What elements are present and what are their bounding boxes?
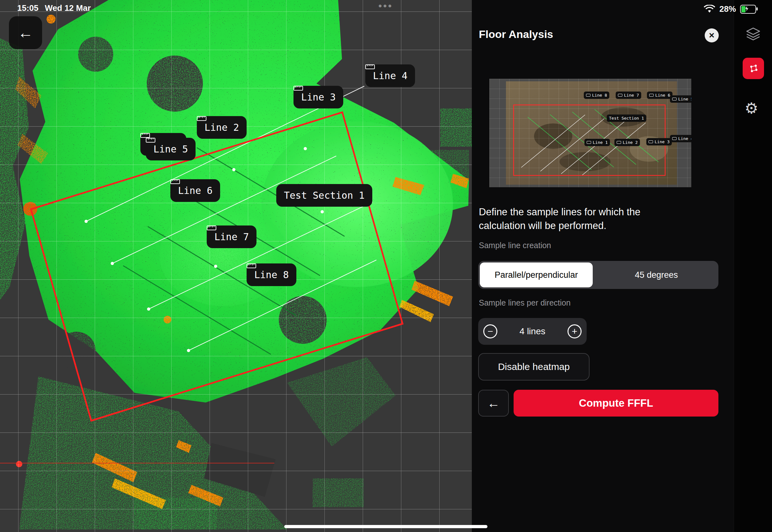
label-text: Line 6 — [655, 93, 670, 98]
label-text: Test Section 1 — [609, 116, 644, 121]
panel-title: Floor Analysis — [479, 28, 553, 41]
ruler-icon — [587, 141, 591, 144]
minus-icon: − — [487, 327, 493, 336]
back-arrow-icon: ← — [487, 396, 500, 410]
close-button[interactable]: ✕ — [705, 28, 719, 42]
plus-icon: + — [572, 327, 577, 336]
mini-label-line-8: Line 8 — [584, 92, 609, 99]
canvas-label-test-section-1[interactable]: Test Section 1 — [276, 184, 372, 207]
label-text: Line 6 — [178, 185, 212, 196]
mini-label-line-4: Line 4 — [670, 135, 691, 142]
label-text: Line 4 — [678, 136, 691, 141]
label-text: Line 1 — [593, 140, 608, 145]
close-icon: ✕ — [709, 31, 715, 40]
mini-label-line-1: Line 1 — [584, 139, 610, 146]
ruler-icon — [247, 263, 256, 268]
label-text: Line 5 — [153, 144, 188, 155]
sample-line-creation-label: Sample line creation — [479, 241, 551, 250]
canvas-label-line-2[interactable]: Line 2 — [197, 116, 247, 139]
mini-label-line-2: Line 2 — [614, 139, 640, 146]
ruler-icon — [586, 94, 590, 97]
ruler-icon — [672, 137, 677, 140]
label-text: Line 2 — [204, 122, 239, 133]
label-text: Line 3 — [301, 92, 336, 103]
segment-parallel-perpendicular[interactable]: Parallel/perpendicular — [480, 262, 593, 287]
canvas-label-line-3[interactable]: Line 3 — [293, 86, 343, 108]
label-text: Line 8 — [254, 269, 289, 280]
floor-analysis-tool-button[interactable] — [743, 58, 764, 79]
ruler-icon — [618, 94, 622, 97]
canvas-label-line-8[interactable]: Line 8 — [247, 263, 296, 286]
canvas-label-line-5[interactable]: Line 5 — [146, 138, 196, 160]
back-arrow-icon: ← — [18, 24, 33, 41]
lines-stepper: − 4 lines + — [478, 318, 587, 345]
ruler-icon — [293, 86, 303, 91]
canvas-label-line-7[interactable]: Line 7 — [207, 225, 256, 248]
layers-icon[interactable] — [745, 26, 761, 43]
mini-label-line-6: Line 6 — [647, 92, 672, 99]
label-text: Test Section 1 — [284, 190, 365, 201]
segment-45-degrees[interactable]: 45 degrees — [594, 261, 718, 289]
label-text: Line 8 — [592, 93, 607, 98]
ruler-icon — [617, 141, 621, 144]
label-text: Line 3 — [655, 139, 670, 144]
canvas-label-line-6[interactable]: Line 6 — [170, 179, 220, 202]
wifi-icon — [704, 5, 715, 13]
status-right-cluster: 28% — [704, 4, 756, 14]
compute-fffl-button[interactable]: Compute FFFL — [514, 390, 718, 417]
floor-analysis-panel: Floor Analysis ✕ — [472, 0, 734, 532]
ruler-icon — [146, 138, 155, 143]
lines-count-value: 4 lines — [520, 326, 546, 336]
mini-label-line-5: Line 5 — [670, 95, 691, 103]
disable-heatmap-button[interactable]: Disable heatmap — [478, 353, 590, 381]
ruler-icon — [365, 64, 375, 69]
mini-label-line-3: Line 3 — [646, 138, 672, 145]
label-text: Line 7 — [624, 93, 639, 98]
label-text: Line 2 — [623, 140, 638, 145]
ruler-icon — [672, 98, 677, 100]
sample-lines-per-direction-label: Sample lines per direction — [479, 298, 571, 307]
ruler-icon — [649, 94, 654, 97]
increase-lines-button[interactable]: + — [568, 324, 582, 338]
panel-back-button[interactable]: ← — [478, 390, 509, 417]
charging-bolt-icon — [745, 5, 749, 12]
battery-percent: 28% — [719, 4, 736, 14]
gear-icon: ⚙ — [745, 100, 758, 117]
label-text: Line 7 — [214, 231, 249, 242]
more-indicator[interactable]: ••• — [378, 0, 393, 12]
minimap-preview: Line 8 Line 7 Line 6 Line 5 Test Section… — [489, 79, 691, 187]
ruler-icon — [170, 179, 180, 184]
ruler-icon — [197, 116, 206, 121]
sample-line-creation-segmented: Parallel/perpendicular 45 degrees — [478, 261, 718, 289]
settings-button[interactable]: ⚙ — [745, 101, 758, 116]
ruler-icon — [649, 140, 653, 143]
canvas-label-line-4[interactable]: Line 4 — [365, 64, 415, 87]
tool-rail: ⚙ — [734, 0, 772, 532]
battery-icon — [740, 5, 756, 14]
mini-label-line-7: Line 7 — [616, 92, 641, 99]
status-date: Wed 12 Mar — [45, 3, 91, 13]
status-time-date: 15:05 Wed 12 Mar — [17, 3, 91, 13]
label-text: Line 5 — [678, 97, 691, 101]
status-time: 15:05 — [17, 3, 39, 13]
ruler-icon — [207, 225, 216, 230]
ruler-icon — [140, 133, 150, 138]
decrease-lines-button[interactable]: − — [483, 324, 497, 338]
label-text: Line 4 — [373, 70, 407, 81]
point-cloud-viewport[interactable]: ← Line 4 Line 3 Line 2 Line 5 Line 6 Tes… — [0, 0, 472, 532]
map-back-button[interactable]: ← — [9, 16, 42, 49]
mini-label-test-section-1: Test Section 1 — [607, 115, 646, 122]
home-indicator[interactable] — [284, 525, 487, 528]
point-cloud-icon — [747, 62, 760, 75]
panel-description: Define the sample lines for which the ca… — [479, 205, 670, 233]
